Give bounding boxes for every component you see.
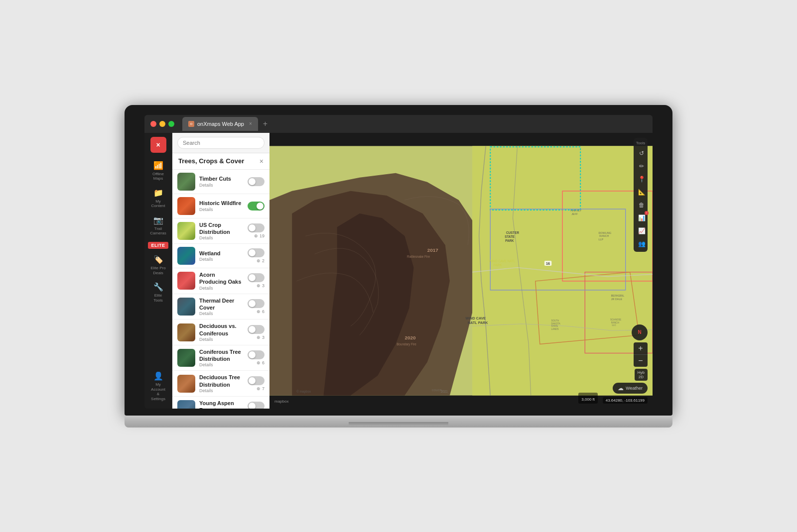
sidebar-item-elite-pro-deals[interactable]: 🏷️ Elite Pro Deals [147, 252, 169, 278]
layer-item-deciduous-tree-distribution[interactable]: Deciduous Tree Distribution Details ⊕ 7 [172, 371, 269, 397]
tool-share-btn[interactable]: 📊 ! [636, 212, 648, 224]
new-tab-btn[interactable]: + [260, 119, 270, 128]
search-input[interactable] [177, 137, 265, 149]
tool-refresh-btn[interactable]: ↺ [636, 147, 648, 159]
layer-item-historic-wildfire[interactable]: Historic Wildfire Details [172, 194, 269, 218]
layer-item-deciduous-vs-coniferous[interactable]: Deciduous vs. Coniferous Details ⊕ 3 [172, 319, 269, 345]
toggle-wetland[interactable] [248, 248, 265, 257]
svg-text:JR DALE: JR DALE [611, 297, 623, 300]
svg-text:2021: 2021 [441, 390, 448, 393]
tool-delete-btn[interactable]: 🗑 [636, 199, 648, 211]
toggle-young-aspen-forests[interactable] [248, 402, 265, 408]
sidebar-bottom: 👤 My Account & Settings [147, 368, 169, 404]
count-icon: ⊕ [257, 283, 261, 288]
zoom-out-btn[interactable]: − [634, 355, 648, 367]
scale-bar: 3,000 ft [578, 393, 598, 404]
active-tab[interactable]: o onXmaps Web App × [182, 117, 258, 131]
svg-text:DOWLING: DOWLING [598, 231, 611, 234]
toggle-coniferous-tree-distribution[interactable] [248, 350, 265, 359]
map-type-line1: Hyb [638, 370, 645, 375]
toggle-us-crop-distribution[interactable] [248, 223, 265, 232]
elite-tools-label: Elite Tools [149, 293, 167, 303]
layer-item-us-crop-distribution[interactable]: US Crop Distribution Details ⊕ 19 [172, 218, 269, 244]
layer-item-young-aspen-forests[interactable]: Young Aspen Forests Details ⊕ 3 [172, 397, 269, 408]
layer-name-deciduous-vs-coniferous: Deciduous vs. Coniferous [199, 322, 244, 337]
sidebar-item-account[interactable]: 👤 My Account & Settings [147, 368, 169, 404]
layer-details-acorn-producing-oaks[interactable]: Details [199, 286, 244, 291]
layer-details-historic-wildfire[interactable]: Details [199, 207, 244, 212]
layer-details-us-crop-distribution[interactable]: Details [199, 235, 244, 240]
toggle-acorn-producing-oaks[interactable] [248, 273, 265, 282]
layer-name-deciduous-tree-distribution: Deciduous Tree Distribution [199, 374, 244, 388]
layer-info-wetland: Wetland Details [199, 250, 244, 262]
svg-text:© mapbox: © mapbox [296, 390, 311, 394]
map-svg: 2017 Rattlesnake Fire 2020 Boundary Fire… [269, 133, 653, 409]
traffic-lights [150, 121, 174, 127]
laptop-screen: o onXmaps Web App × + × 📶 Offline Maps [144, 115, 653, 409]
layer-details-wetland[interactable]: Details [199, 257, 244, 262]
sidebar-item-offline-maps[interactable]: 📶 Offline Maps [147, 158, 169, 184]
layer-details-deciduous-vs-coniferous[interactable]: Details [199, 337, 244, 342]
layer-thumb-coniferous-tree-distribution [177, 349, 195, 367]
layer-info-us-crop-distribution: US Crop Distribution Details [199, 221, 244, 241]
layer-controls-acorn: ⊕ 3 [248, 273, 265, 288]
browser-chrome: o onXmaps Web App × + [144, 115, 653, 133]
toggle-timber-cuts[interactable] [248, 177, 265, 186]
sidebar-item-my-content[interactable]: 📁 My Content [147, 185, 169, 212]
layer-item-thermal-deer-cover[interactable]: Thermal Deer Cover Details ⊕ 6 [172, 294, 269, 320]
maximize-traffic-light[interactable] [168, 121, 174, 127]
sidebar-close-btn[interactable]: × [150, 137, 166, 153]
close-traffic-light[interactable] [150, 121, 156, 127]
map-area[interactable]: 2017 Rattlesnake Fire 2020 Boundary Fire… [269, 133, 653, 409]
layer-item-wetland[interactable]: Wetland Details ⊕ 2 [172, 244, 269, 268]
map-type-btn[interactable]: Hyb 2D [635, 369, 648, 381]
layer-item-timber-cuts[interactable]: Timber Cuts Details [172, 170, 269, 194]
layer-details-timber-cuts[interactable]: Details [199, 183, 244, 188]
toggle-deciduous-vs-coniferous[interactable] [248, 325, 265, 334]
scale-text: 3,000 ft [581, 397, 595, 402]
layer-info-timber-cuts: Timber Cuts Details [199, 175, 244, 187]
svg-text:JEFF: JEFF [571, 212, 578, 215]
layer-name-young-aspen-forests: Young Aspen Forests [199, 400, 244, 408]
layer-details-coniferous-tree-distribution[interactable]: Details [199, 362, 244, 367]
panel-header: Trees, Crops & Cover × [172, 153, 269, 170]
toggle-thermal-deer-cover[interactable] [248, 299, 265, 308]
panel-close-btn[interactable]: × [260, 157, 264, 165]
trail-cameras-icon: 📷 [153, 215, 163, 225]
tool-draw-btn[interactable]: ✏ [636, 160, 648, 172]
layer-details-deciduous-tree-distribution[interactable]: Details [199, 388, 244, 393]
toggle-deciduous-tree-distribution[interactable] [248, 376, 265, 385]
app-layout: × 📶 Offline Maps 📁 My Content 📷 Trail Ca… [144, 133, 653, 409]
layer-count-acorn-producing-oaks: ⊕ 3 [257, 283, 265, 288]
elite-badge: ELITE [148, 242, 168, 249]
svg-text:LANDS: LANDS [551, 327, 558, 330]
svg-text:Boundary Fire: Boundary Fire [397, 342, 416, 346]
layer-info-historic-wildfire: Historic Wildfire Details [199, 200, 244, 212]
layer-thumb-us-crop-distribution [177, 222, 195, 240]
svg-text:2017: 2017 [427, 247, 439, 253]
layer-thumb-young-aspen-forests [177, 400, 195, 408]
layer-item-coniferous-tree-distribution[interactable]: Coniferous Tree Distribution Details ⊕ 6 [172, 345, 269, 371]
layer-count-wetland: ⊕ 2 [257, 258, 265, 263]
tool-pin-btn[interactable]: 📍 [636, 173, 648, 185]
sidebar-item-elite-tools[interactable]: 🔧 Elite Tools [147, 279, 169, 306]
minimize-traffic-light[interactable] [159, 121, 165, 127]
weather-btn[interactable]: ☁ Weather [613, 383, 648, 394]
sidebar-item-trail-cameras[interactable]: 📷 Trail Cameras [147, 213, 169, 239]
panel-title: Trees, Crops & Cover [178, 157, 244, 165]
tab-close-btn[interactable]: × [249, 121, 252, 126]
layer-item-acorn-producing-oaks[interactable]: Acorn Producing Oaks Details ⊕ 3 [172, 268, 269, 294]
layer-name-thermal-deer-cover: Thermal Deer Cover [199, 297, 244, 312]
layer-details-thermal-deer-cover[interactable]: Details [199, 311, 244, 316]
tool-measure-btn[interactable]: 📐 [636, 186, 648, 198]
layer-name-historic-wildfire: Historic Wildfire [199, 200, 244, 207]
compass-btn[interactable]: N [632, 324, 648, 340]
zoom-in-btn[interactable]: + [634, 342, 648, 354]
weather-label: Weather [626, 386, 643, 391]
toggle-historic-wildfire[interactable] [248, 202, 265, 211]
svg-text:DAKOTA: DAKOTA [551, 322, 560, 324]
tool-people-btn[interactable]: 👥 [636, 238, 648, 250]
tool-chart-btn[interactable]: 📈 [636, 225, 648, 237]
layer-info-deciduous-vs-coniferous: Deciduous vs. Coniferous Details [199, 322, 244, 342]
layer-controls-coniferous: ⊕ 6 [248, 350, 265, 365]
